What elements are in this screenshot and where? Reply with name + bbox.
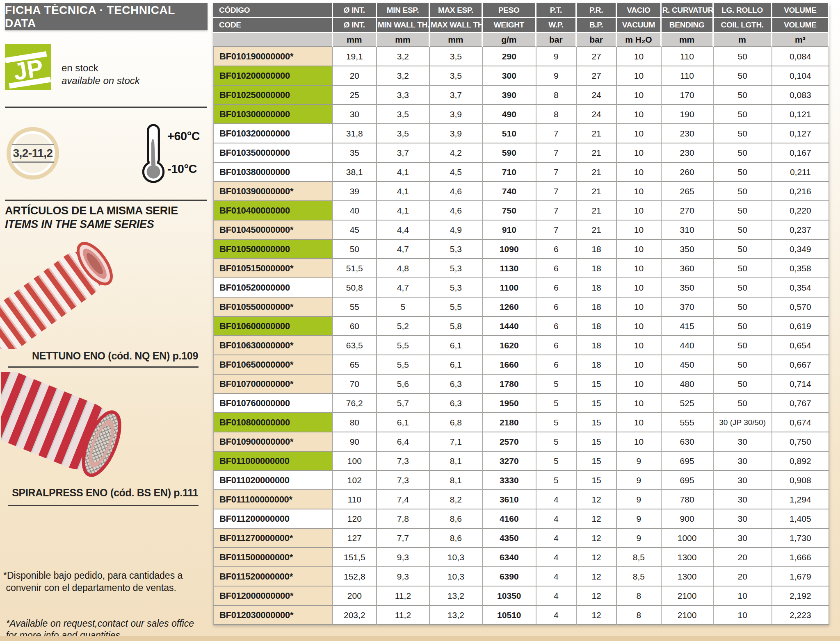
weight-cell: 3610 <box>483 490 536 509</box>
diam-cell: 50 <box>333 240 377 259</box>
col-header-wp-en: W.P. <box>536 18 577 33</box>
coil-cell: 20 <box>714 548 772 567</box>
bp-cell: 15 <box>577 413 617 432</box>
bending-cell: 630 <box>662 432 714 452</box>
volume-cell: 0,104 <box>772 66 829 86</box>
wp-cell: 9 <box>536 66 577 86</box>
bending-cell: 525 <box>662 394 714 413</box>
min_wall-cell: 9,3 <box>377 567 430 586</box>
code-cell: BF010380000000 <box>213 163 333 182</box>
bending-cell: 190 <box>662 105 714 124</box>
wp-cell: 6 <box>536 355 577 375</box>
min_wall-cell: 4,4 <box>377 220 430 240</box>
bending-cell: 230 <box>662 124 714 143</box>
code-cell: BF011000000000 <box>213 452 333 471</box>
weight-cell: 710 <box>483 163 536 182</box>
table-row: BF010630000000*63,55,56,1162061810440500… <box>213 336 829 355</box>
volume-cell: 0,354 <box>772 278 829 298</box>
max_wall-cell: 8,1 <box>430 452 483 471</box>
coil-cell: 10 <box>714 606 772 625</box>
table-row: BF010650000000*655,56,1166061810450500,6… <box>213 355 829 375</box>
bp-cell: 12 <box>577 567 617 586</box>
table-row: BF011520000000*152,89,310,363904128,5130… <box>213 567 829 586</box>
max_wall-cell: 6,1 <box>430 336 483 355</box>
bp-cell: 18 <box>577 298 617 317</box>
min_wall-cell: 9,3 <box>377 548 430 567</box>
page-title: FICHA TÈCNICA · TECHNICAL DATA <box>5 3 208 30</box>
coil-cell: 30 (JP 30/50) <box>714 413 772 432</box>
coil-cell: 30 <box>714 529 772 548</box>
bp-cell: 12 <box>577 509 617 529</box>
col-header-weight-en: WEIGHT <box>483 18 536 33</box>
bp-cell: 15 <box>577 394 617 413</box>
table-row: BF0110200000001027,38,133305159695300,90… <box>213 471 829 490</box>
code-cell: BF010500000000 <box>213 240 333 259</box>
vacuum-cell: 9 <box>617 490 661 509</box>
bp-cell: 18 <box>577 355 617 375</box>
coil-cell: 50 <box>714 47 772 66</box>
col-header-volume-en: VOLUME <box>772 18 829 33</box>
bp-cell: 18 <box>577 259 617 278</box>
table-row: BF010600000000605,25,8144061810415500,61… <box>213 317 829 336</box>
col-header-vacuum-es: VACIO <box>617 3 661 18</box>
vacuum-cell: 10 <box>617 124 661 143</box>
weight-cell: 1780 <box>483 375 536 394</box>
bp-cell: 15 <box>577 375 617 394</box>
wp-cell: 4 <box>536 490 577 509</box>
diam-cell: 200 <box>333 586 377 606</box>
wp-cell: 5 <box>536 375 577 394</box>
min_wall-cell: 3,5 <box>377 124 430 143</box>
weight-cell: 390 <box>483 86 536 105</box>
coil-cell: 50 <box>714 259 772 278</box>
series-heading: ARTÍCULOS DE LA MISMA SERIE ITEMS IN THE… <box>5 204 178 231</box>
vacuum-cell: 10 <box>617 201 661 220</box>
bp-cell: 12 <box>577 490 617 509</box>
bending-cell: 260 <box>662 163 714 182</box>
diam-cell: 63,5 <box>333 336 377 355</box>
code-cell: BF012030000000* <box>213 606 333 625</box>
table-row: BF010450000000*454,44,991072110310500,23… <box>213 220 829 240</box>
bp-cell: 18 <box>577 278 617 298</box>
bending-cell: 350 <box>662 240 714 259</box>
volume-cell: 0,127 <box>772 124 829 143</box>
divider <box>5 200 207 201</box>
vacuum-cell: 10 <box>617 143 661 163</box>
max_wall-cell: 13,2 <box>430 606 483 625</box>
table-row: BF010900000000*906,47,1257051510630300,7… <box>213 432 829 452</box>
min_wall-cell: 5,5 <box>377 336 430 355</box>
series-item-caption: NETTUNO ENO (cód. NQ EN) p.109 <box>9 350 198 362</box>
code-cell: BF010800000000 <box>213 413 333 432</box>
diam-cell: 100 <box>333 452 377 471</box>
max_wall-cell: 3,9 <box>430 124 483 143</box>
vacuum-cell: 10 <box>617 413 661 432</box>
min_wall-cell: 7,3 <box>377 471 430 490</box>
table-row: BF010300000000303,53,949082410190500,121 <box>213 105 829 124</box>
min_wall-cell: 4,1 <box>377 201 430 220</box>
bending-cell: 2100 <box>662 606 714 625</box>
max_wall-cell: 4,5 <box>430 163 483 182</box>
max_wall-cell: 5,3 <box>430 240 483 259</box>
wp-cell: 5 <box>536 471 577 490</box>
col-header-volume-unit: m³ <box>772 33 829 47</box>
min_wall-cell: 4,1 <box>377 182 430 201</box>
bending-cell: 1000 <box>662 529 714 548</box>
vacuum-cell: 10 <box>617 278 661 298</box>
header-row-en: CODEØ INT.MIN WALL TH.MAX WALL TH.WEIGHT… <box>213 18 829 33</box>
weight-cell: 3330 <box>483 471 536 490</box>
volume-cell: 1,405 <box>772 509 829 529</box>
diam-cell: 65 <box>333 355 377 375</box>
weight-cell: 1440 <box>483 317 536 336</box>
coil-cell: 50 <box>714 201 772 220</box>
weight-cell: 740 <box>483 182 536 201</box>
diameter-range-value: 3,2-11,2 <box>12 144 53 163</box>
max_wall-cell: 3,5 <box>430 47 483 66</box>
max_wall-cell: 10,3 <box>430 548 483 567</box>
weight-cell: 590 <box>483 143 536 163</box>
technical-data-table: CÓDIGOØ INT.MIN ESP.MAX ESP.PESOP.T.P.R.… <box>213 3 829 625</box>
vacuum-cell: 10 <box>617 105 661 124</box>
volume-cell: 1,666 <box>772 548 829 567</box>
max_wall-cell: 7,1 <box>430 432 483 452</box>
coil-cell: 50 <box>714 66 772 86</box>
wp-cell: 6 <box>536 240 577 259</box>
volume-cell: 0,349 <box>772 240 829 259</box>
